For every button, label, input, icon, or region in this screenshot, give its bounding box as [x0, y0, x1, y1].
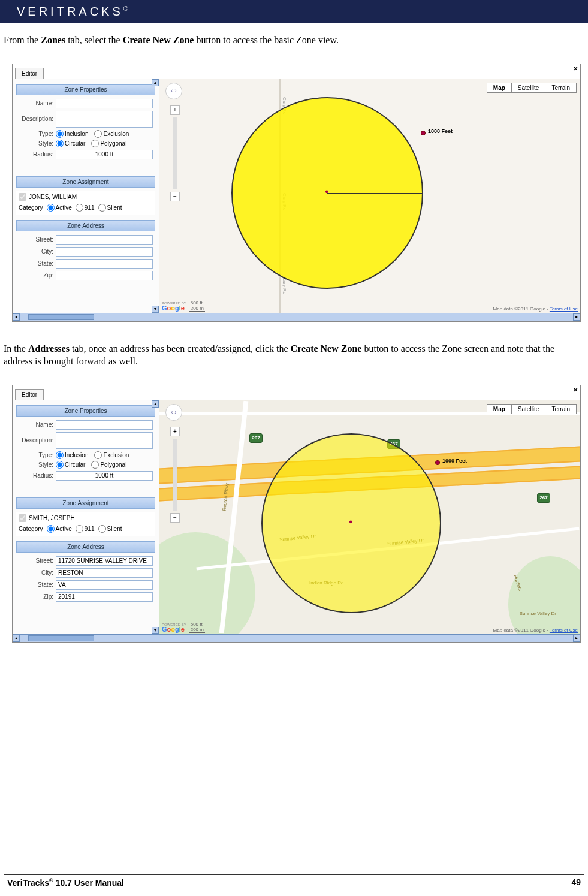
assignee-row[interactable]: SMITH, JOSEPH	[16, 512, 155, 524]
name-input[interactable]	[56, 420, 153, 430]
state-input[interactable]	[56, 580, 153, 590]
label-state: State:	[19, 581, 53, 588]
radio-inclusion[interactable]: Inclusion	[56, 451, 88, 459]
section-zone-address: Zone Address	[16, 220, 155, 231]
zoom-out-button[interactable]: −	[170, 192, 180, 201]
map-type-map[interactable]: Map	[487, 83, 512, 93]
zoom-control[interactable]: + −	[170, 105, 180, 201]
radio-exclusion[interactable]: Exclusion	[94, 130, 129, 138]
zoom-in-button[interactable]: +	[170, 427, 180, 436]
zoom-control[interactable]: + −	[170, 427, 180, 523]
map-copyright: Map data ©2011 Google - Terms of Use	[493, 306, 578, 312]
street-input[interactable]	[56, 556, 153, 566]
screenshot-zone-editor-1: ✕ Editor ▴ Zone Properties Name: Descrip…	[12, 64, 581, 322]
brand-bar: VERITRACKS®	[0, 0, 588, 23]
street-input[interactable]	[56, 235, 153, 245]
radio-polygonal[interactable]: Polygonal	[91, 140, 126, 147]
zoom-out-button[interactable]: −	[170, 513, 180, 523]
tab-editor[interactable]: Editor	[15, 68, 44, 79]
radio-active[interactable]: Active	[47, 525, 72, 533]
label-type: Type:	[19, 452, 53, 458]
section-zone-address: Zone Address	[16, 541, 155, 553]
name-input[interactable]	[56, 99, 153, 108]
label-radius: Radius:	[19, 472, 53, 479]
radius-input[interactable]	[56, 471, 153, 481]
map-type-terrain[interactable]: Terrain	[545, 83, 577, 93]
route-shield: 267	[537, 493, 550, 503]
map-type-selector[interactable]: Map Satellite Terrain	[487, 404, 577, 414]
map-attribution: POWERED BYGoogle 500 ft200 m	[162, 622, 205, 633]
radio-silent[interactable]: Silent	[98, 204, 122, 212]
label-category: Category	[19, 204, 43, 211]
label-description: Description:	[19, 116, 53, 122]
radio-silent[interactable]: Silent	[98, 525, 122, 533]
label-city: City:	[19, 248, 53, 255]
map-type-terrain[interactable]: Terrain	[545, 404, 577, 414]
map-copyright: Map data ©2011 Google - Terms of Use	[493, 627, 578, 633]
map-type-satellite[interactable]: Satellite	[511, 83, 546, 93]
radio-exclusion[interactable]: Exclusion	[94, 451, 129, 459]
radio-circular[interactable]: Circular	[56, 461, 85, 469]
label-state: State:	[19, 260, 53, 267]
instruction-paragraph-1: From the Zones tab, select the Create Ne…	[0, 30, 588, 47]
label-zip: Zip:	[19, 272, 53, 279]
radius-label: 1000 Feet	[428, 128, 453, 134]
brand-logo: VERITRACKS®	[17, 5, 128, 19]
close-icon[interactable]: ✕	[573, 387, 578, 393]
label-street: Street:	[19, 557, 53, 564]
state-input[interactable]	[56, 259, 153, 269]
assignee-row[interactable]: JONES, WILLIAM	[16, 191, 155, 203]
scroll-down-icon[interactable]: ▾	[152, 627, 159, 634]
section-zone-properties: Zone Properties	[16, 405, 155, 417]
radius-label: 1000 Feet	[442, 458, 467, 464]
terms-link[interactable]: Terms of Use	[550, 306, 578, 312]
sidebar-panel: ▴ Zone Properties Name: Description: Typ…	[13, 400, 159, 634]
page-footer: VeriTracks® 10.7 User Manual 49	[4, 874, 584, 888]
city-input[interactable]	[56, 247, 153, 257]
radius-handle[interactable]	[421, 131, 426, 135]
scroll-down-icon[interactable]: ▾	[152, 306, 159, 313]
scroll-up-icon[interactable]: ▴	[152, 400, 159, 408]
map-canvas[interactable]: Cary Rd Cary Rd Cary Rd 1000 Feet ‹ › + …	[159, 79, 580, 313]
horizontal-scrollbar[interactable]: ◂▸	[13, 634, 580, 642]
radio-circular[interactable]: Circular	[56, 140, 85, 147]
description-input[interactable]	[56, 432, 153, 449]
label-style: Style:	[19, 140, 53, 147]
radio-911[interactable]: 911	[76, 204, 95, 212]
radio-inclusion[interactable]: Inclusion	[56, 130, 88, 138]
city-input[interactable]	[56, 568, 153, 578]
label-category: Category	[19, 526, 43, 532]
radio-active[interactable]: Active	[47, 204, 72, 212]
zone-center-marker[interactable]	[326, 192, 331, 197]
terms-link[interactable]: Terms of Use	[550, 627, 578, 633]
instruction-paragraph-2: In the Addresses tab, once an address ha…	[0, 339, 588, 368]
zoom-in-button[interactable]: +	[170, 105, 180, 115]
description-input[interactable]	[56, 111, 153, 128]
section-zone-assignment: Zone Assignment	[16, 176, 155, 188]
label-city: City:	[19, 569, 53, 576]
page-number: 49	[571, 877, 581, 888]
label-name: Name:	[19, 421, 53, 428]
label-type: Type:	[19, 131, 53, 137]
scroll-up-icon[interactable]: ▴	[152, 79, 159, 86]
close-icon[interactable]: ✕	[573, 65, 578, 72]
radius-handle[interactable]	[435, 460, 440, 465]
zip-input[interactable]	[56, 271, 153, 280]
screenshot-zone-editor-2: ✕ Editor ▴ Zone Properties Name: Descrip…	[12, 385, 581, 643]
map-type-map[interactable]: Map	[487, 404, 512, 414]
radius-input[interactable]	[56, 150, 153, 159]
horizontal-scrollbar[interactable]: ◂▸	[13, 313, 580, 321]
radio-polygonal[interactable]: Polygonal	[91, 461, 126, 469]
section-zone-properties: Zone Properties	[16, 84, 155, 95]
zip-input[interactable]	[56, 592, 153, 602]
map-canvas[interactable]: Sunset Hills Rd Reston Pkwy Sunrise Vall…	[159, 400, 580, 634]
pan-control[interactable]: ‹ ›	[165, 404, 182, 421]
pan-control[interactable]: ‹ ›	[165, 83, 182, 99]
zone-center-marker[interactable]	[350, 522, 355, 527]
radio-911[interactable]: 911	[76, 525, 95, 533]
route-shield: 267	[249, 433, 263, 443]
map-type-selector[interactable]: Map Satellite Terrain	[487, 83, 577, 93]
tab-editor[interactable]: Editor	[15, 389, 44, 400]
map-type-satellite[interactable]: Satellite	[511, 404, 546, 414]
label-description: Description:	[19, 437, 53, 444]
